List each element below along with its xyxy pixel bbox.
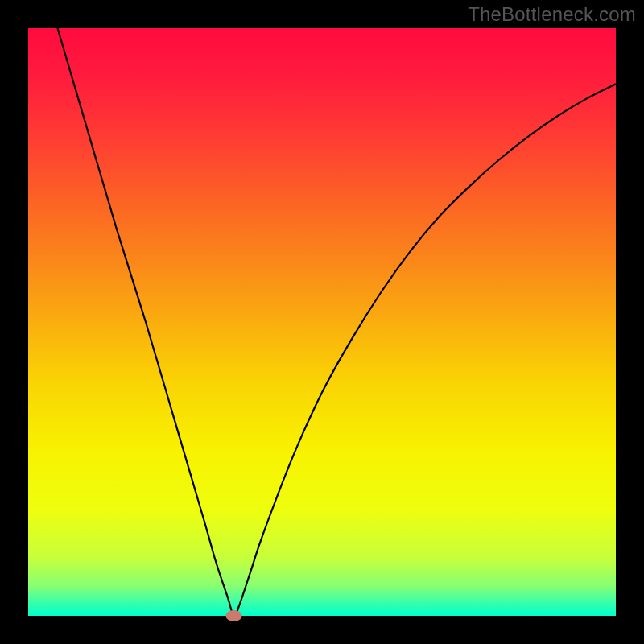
- plot-background: [28, 28, 616, 616]
- chart-frame: TheBottleneck.com: [0, 0, 644, 644]
- watermark-text: TheBottleneck.com: [468, 3, 636, 26]
- bottleneck-chart: [0, 0, 644, 644]
- optimal-marker: [226, 610, 242, 621]
